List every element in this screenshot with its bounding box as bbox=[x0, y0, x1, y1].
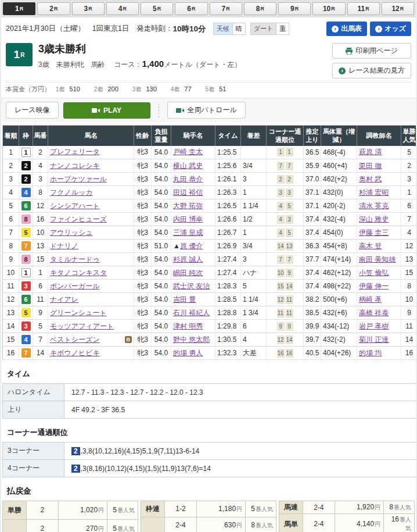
horse-name-cell: シンシアハート bbox=[48, 199, 134, 213]
race-tab[interactable]: 9R bbox=[278, 2, 311, 15]
horse-name-link[interactable]: グリーンシュート bbox=[50, 308, 107, 318]
umaren-label: 馬連 bbox=[279, 501, 303, 514]
horse-name-link[interactable]: フクノルッカ bbox=[50, 188, 93, 198]
win-favorite: 10 bbox=[401, 293, 417, 306]
corner-pass-cell: 1514 bbox=[267, 280, 304, 293]
play-button[interactable]: PLAY bbox=[63, 102, 150, 119]
umaren-row: 馬連 2-4 1,920円 8番人気 bbox=[279, 501, 415, 514]
horse-name-link[interactable]: ボンバーガール bbox=[50, 281, 99, 291]
horse-name-cell: ホープケツァール bbox=[48, 173, 134, 186]
popularity-unit: 番人気 bbox=[117, 526, 135, 532]
entry-list-button[interactable]: › 出馬表 bbox=[326, 22, 367, 36]
race-video-button[interactable]: レース映像 bbox=[6, 102, 59, 119]
horse-name-link[interactable]: ドナリノ bbox=[50, 241, 78, 251]
finish-position: 1 bbox=[3, 146, 19, 159]
jockey-link[interactable]: 的場 勇人 bbox=[173, 349, 203, 357]
race-tab[interactable]: 6R bbox=[175, 2, 207, 15]
trainer-link[interactable]: 伊藤 圭三 bbox=[359, 228, 389, 237]
horse-name-link[interactable]: ホープケツァール bbox=[50, 174, 107, 184]
jockey-link[interactable]: 戸崎 圭太 bbox=[173, 148, 203, 156]
horse-name-link[interactable]: キタノコンキスタ bbox=[50, 268, 107, 278]
corner-pass-3c: 4 bbox=[277, 228, 285, 237]
jockey-cell: 丸田 恭介 bbox=[171, 173, 215, 186]
prize-money-row: 本賞金（万円） 1着510 2着200 3着130 4着77 5着51 bbox=[6, 82, 411, 98]
horse-name-link[interactable]: タミルナードゥ bbox=[50, 255, 100, 265]
horse-name-link[interactable]: ナイアレ bbox=[50, 295, 78, 305]
jockey-link[interactable]: 大野 拓弥 bbox=[173, 202, 203, 210]
trainer-link[interactable]: 南田 美知雄 bbox=[359, 255, 396, 263]
jockey-link[interactable]: 原 優介 bbox=[180, 242, 203, 250]
race-tab-suffix: R bbox=[295, 6, 299, 12]
horse-name-link[interactable]: モッツアフィアート bbox=[50, 322, 114, 331]
horse-name-link[interactable]: プレフェリータ bbox=[50, 147, 100, 157]
jockey-link[interactable]: 石川 裕紀人 bbox=[173, 309, 210, 317]
jockey-link[interactable]: 田辺 裕信 bbox=[173, 188, 203, 197]
horse-name-link[interactable]: キボウノヒビキ bbox=[50, 348, 100, 358]
trainer-link[interactable]: 菊川 正達 bbox=[359, 335, 389, 344]
race-tab[interactable]: 1R bbox=[3, 2, 35, 15]
finish-position: 3 bbox=[3, 173, 19, 186]
last-up-value: 4F 49.2 - 3F 36.5 bbox=[64, 401, 417, 419]
odds-button[interactable]: › オッズ bbox=[370, 22, 411, 36]
race-tab[interactable]: 11R bbox=[347, 2, 380, 15]
trainer-link[interactable]: 的場 均 bbox=[359, 349, 382, 357]
trainer-link[interactable]: 栗田 徹 bbox=[359, 162, 382, 170]
race-tab-bar: 1R 2R 3R 4R 5R 6R 7R bbox=[1, 0, 416, 17]
carried-weight: 54.0 bbox=[152, 159, 171, 173]
jockey-link[interactable]: 野中 悠太郎 bbox=[173, 335, 210, 344]
yen-unit: 円 bbox=[236, 506, 242, 512]
carried-weight: 54.0 bbox=[152, 280, 171, 293]
race-tab[interactable]: 3R bbox=[72, 2, 105, 15]
patrol-video-button[interactable]: 全周パトロール bbox=[167, 102, 246, 119]
trainer-link[interactable]: 岩戸 孝樹 bbox=[359, 322, 389, 330]
trainer-link[interactable]: 柄崎 孝 bbox=[359, 295, 382, 304]
result-guide-label: レース結果の見方 bbox=[348, 66, 405, 76]
carried-weight: 54.0 bbox=[152, 173, 171, 186]
horse-name-link[interactable]: ナンノコレシキ bbox=[50, 161, 100, 171]
horse-name-link[interactable]: ベストシーズン bbox=[50, 335, 100, 345]
jockey-link[interactable]: 丸田 恭介 bbox=[173, 175, 203, 183]
race-tab[interactable]: 7R bbox=[210, 2, 242, 15]
corner-pass-cell: 11 bbox=[267, 146, 304, 159]
furlong-time-value: 12.7 - 11.3 - 12.3 - 12.7 - 12.2 - 12.0 … bbox=[64, 384, 417, 401]
result-guide-button[interactable]: › レース結果の見方 bbox=[332, 63, 411, 78]
trainer-link[interactable]: 奥村 武 bbox=[359, 175, 382, 183]
race-tab[interactable]: 2R bbox=[37, 2, 70, 15]
jockey-link[interactable]: 杉原 誠人 bbox=[173, 255, 203, 263]
trainer-link[interactable]: 伊藤 伸一 bbox=[359, 282, 389, 290]
print-page-button[interactable]: 印刷用ページ bbox=[332, 43, 411, 59]
horse-name-link[interactable]: シンシアハート bbox=[50, 201, 100, 211]
body-weight: 454(+8) bbox=[321, 240, 357, 253]
trainer-link[interactable]: 高木 登 bbox=[359, 242, 382, 250]
race-tab[interactable]: 4R bbox=[106, 2, 139, 15]
race-tab[interactable]: 5R bbox=[141, 2, 173, 15]
margin bbox=[241, 146, 267, 159]
carried-weight: 54.0 bbox=[152, 333, 171, 347]
trainer-link[interactable]: 深山 雅史 bbox=[359, 215, 389, 223]
win-favorite: 13 bbox=[401, 253, 417, 266]
race-time: 1:28.5 bbox=[215, 293, 241, 306]
jockey-link[interactable]: 津村 明秀 bbox=[173, 322, 203, 330]
jockey-link[interactable]: 武士沢 友治 bbox=[173, 282, 210, 290]
bracket-badge: 8 bbox=[21, 215, 31, 224]
horse-name-link[interactable]: ファインヒューズ bbox=[50, 215, 107, 224]
race-tab[interactable]: 10R bbox=[312, 2, 345, 15]
race-tab[interactable]: 12R bbox=[382, 2, 414, 15]
jockey-link[interactable]: 嶋田 純次 bbox=[173, 269, 203, 277]
race-time: 1:27.4 bbox=[215, 253, 241, 266]
trainer-link[interactable]: 萩原 清 bbox=[359, 148, 382, 156]
jockey-link[interactable]: 吉田 豊 bbox=[173, 295, 196, 304]
table-row: 7 5 10 アウリッシュ 牝3 54.0 三浦 皇成 1:26.7 1 45 … bbox=[3, 226, 417, 240]
trainer-link[interactable]: 杉浦 宏昭 bbox=[359, 188, 389, 197]
race-tab[interactable]: 8R bbox=[244, 2, 276, 15]
trainer-link[interactable]: 小笠 倫弘 bbox=[359, 269, 389, 277]
bracket-badge: 2 bbox=[21, 174, 31, 184]
prize-item: 5着51 bbox=[206, 85, 227, 94]
jockey-link[interactable]: 内田 博幸 bbox=[173, 215, 203, 223]
trainer-link[interactable]: 清水 英克 bbox=[359, 202, 389, 210]
horse-name-link[interactable]: アウリッシュ bbox=[50, 228, 93, 238]
trainer-cell: 杉浦 宏昭 bbox=[357, 186, 401, 199]
jockey-link[interactable]: 横山 武史 bbox=[173, 162, 203, 170]
jockey-link[interactable]: 三浦 皇成 bbox=[173, 228, 203, 237]
trainer-link[interactable]: 高橋 祥泰 bbox=[359, 309, 389, 317]
